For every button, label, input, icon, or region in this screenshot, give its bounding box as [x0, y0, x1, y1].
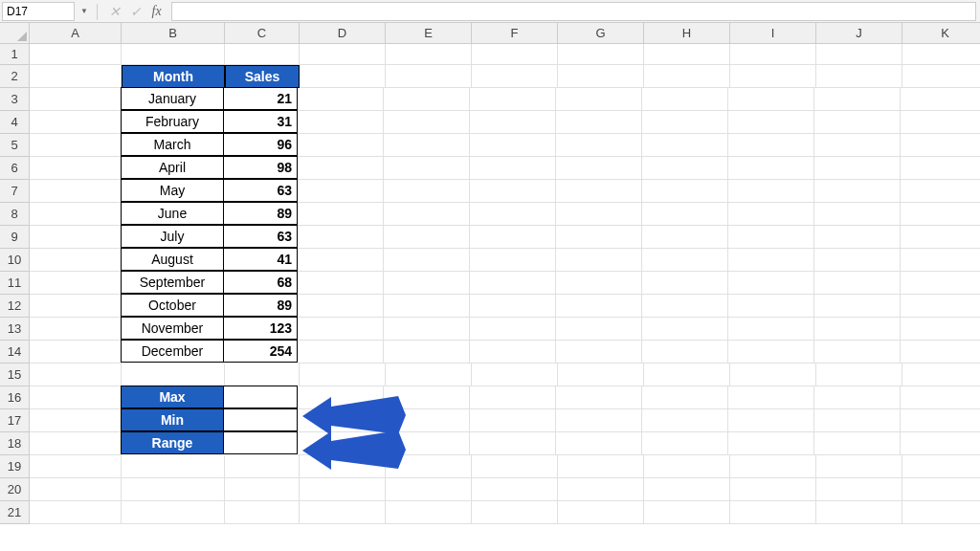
cell-I4[interactable]: [728, 111, 814, 134]
cell-H2[interactable]: [644, 65, 730, 88]
cell-A21[interactable]: [30, 501, 122, 524]
cell-K13[interactable]: [901, 318, 980, 341]
cell-A12[interactable]: [30, 295, 122, 318]
cell-F21[interactable]: [472, 501, 558, 524]
cell-E3[interactable]: [384, 88, 470, 111]
cell-A6[interactable]: [30, 157, 122, 180]
cell-K12[interactable]: [901, 295, 980, 318]
cell-D11[interactable]: [298, 272, 384, 295]
cell-E18[interactable]: [384, 432, 470, 455]
cell-G6[interactable]: [556, 157, 642, 180]
cell-K19[interactable]: [902, 455, 980, 478]
cell-E8[interactable]: [384, 203, 470, 226]
cell-I10[interactable]: [728, 249, 814, 272]
cell-G9[interactable]: [556, 226, 642, 249]
cell-H17[interactable]: [642, 409, 728, 432]
cell-F19[interactable]: [472, 455, 558, 478]
cell-F17[interactable]: [470, 409, 556, 432]
cell-C1[interactable]: [225, 44, 300, 65]
cell-A1[interactable]: [30, 44, 122, 65]
cell-C2[interactable]: Sales: [225, 65, 300, 88]
column-header-J[interactable]: J: [816, 23, 902, 44]
cell-H16[interactable]: [642, 386, 728, 409]
row-header-6[interactable]: 6: [0, 157, 30, 180]
column-header-H[interactable]: H: [644, 23, 730, 44]
column-header-I[interactable]: I: [730, 23, 816, 44]
cell-G3[interactable]: [556, 88, 642, 111]
cell-E17[interactable]: [384, 409, 470, 432]
cell-B13[interactable]: November: [121, 317, 224, 340]
cell-D17[interactable]: [298, 409, 384, 432]
cell-G12[interactable]: [556, 295, 642, 318]
cell-I12[interactable]: [728, 295, 814, 318]
cell-G8[interactable]: [556, 203, 642, 226]
cell-A9[interactable]: [30, 226, 122, 249]
cell-G11[interactable]: [556, 272, 642, 295]
cell-F5[interactable]: [470, 134, 556, 157]
cell-D12[interactable]: [298, 295, 384, 318]
select-all-button[interactable]: [0, 23, 30, 44]
cell-H1[interactable]: [644, 44, 730, 65]
column-header-F[interactable]: F: [472, 23, 558, 44]
cell-J4[interactable]: [814, 111, 901, 134]
cell-F7[interactable]: [470, 180, 556, 203]
row-header-4[interactable]: 4: [0, 111, 30, 134]
column-header-B[interactable]: B: [122, 23, 225, 44]
cell-H5[interactable]: [642, 134, 728, 157]
cell-B16[interactable]: Max: [121, 386, 224, 408]
cell-F15[interactable]: [472, 364, 558, 386]
cell-I6[interactable]: [728, 157, 814, 180]
cell-F12[interactable]: [470, 295, 556, 318]
cell-G21[interactable]: [558, 501, 644, 524]
cell-B12[interactable]: October: [121, 294, 224, 317]
cell-C6[interactable]: 98: [223, 156, 298, 179]
cell-H12[interactable]: [642, 295, 728, 318]
cell-C17[interactable]: [223, 408, 298, 431]
cell-K7[interactable]: [901, 180, 980, 203]
cell-H20[interactable]: [644, 478, 730, 501]
cell-A4[interactable]: [30, 111, 122, 134]
name-box-dropdown-icon[interactable]: ▼: [77, 7, 92, 15]
cell-K21[interactable]: [902, 501, 980, 524]
cell-I21[interactable]: [730, 501, 816, 524]
cell-J17[interactable]: [814, 409, 901, 432]
row-header-14[interactable]: 14: [0, 341, 30, 364]
name-box[interactable]: D17: [2, 2, 75, 21]
cell-G15[interactable]: [558, 364, 644, 386]
cell-B1[interactable]: [122, 44, 225, 65]
cell-H3[interactable]: [642, 88, 728, 111]
cell-G4[interactable]: [556, 111, 642, 134]
row-header-21[interactable]: 21: [0, 501, 30, 524]
cell-D21[interactable]: [300, 501, 386, 524]
cell-C18[interactable]: [223, 431, 298, 454]
cell-H14[interactable]: [642, 341, 728, 364]
cell-G13[interactable]: [556, 318, 642, 341]
cell-I13[interactable]: [728, 318, 814, 341]
cell-B9[interactable]: July: [121, 225, 224, 248]
cell-C12[interactable]: 89: [223, 294, 298, 317]
cell-B3[interactable]: January: [121, 87, 224, 110]
cell-J1[interactable]: [816, 44, 902, 65]
cell-I11[interactable]: [728, 272, 814, 295]
cell-A13[interactable]: [30, 318, 122, 341]
cell-D20[interactable]: [300, 478, 386, 501]
cell-B15[interactable]: [122, 364, 225, 386]
cell-J8[interactable]: [814, 203, 901, 226]
cell-F20[interactable]: [472, 478, 558, 501]
cell-G18[interactable]: [556, 432, 642, 455]
cell-D7[interactable]: [298, 180, 384, 203]
cell-F16[interactable]: [470, 386, 556, 409]
cell-D2[interactable]: [300, 65, 386, 88]
cell-K16[interactable]: [901, 386, 980, 409]
cell-K4[interactable]: [901, 111, 980, 134]
cell-A2[interactable]: [30, 65, 122, 88]
column-header-C[interactable]: C: [225, 23, 300, 44]
cell-D1[interactable]: [300, 44, 386, 65]
cell-K14[interactable]: [901, 341, 980, 364]
row-header-5[interactable]: 5: [0, 134, 30, 157]
cell-F13[interactable]: [470, 318, 556, 341]
cell-H21[interactable]: [644, 501, 730, 524]
enter-icon[interactable]: ✓: [125, 2, 146, 21]
cell-D4[interactable]: [298, 111, 384, 134]
cell-C19[interactable]: [225, 455, 300, 478]
